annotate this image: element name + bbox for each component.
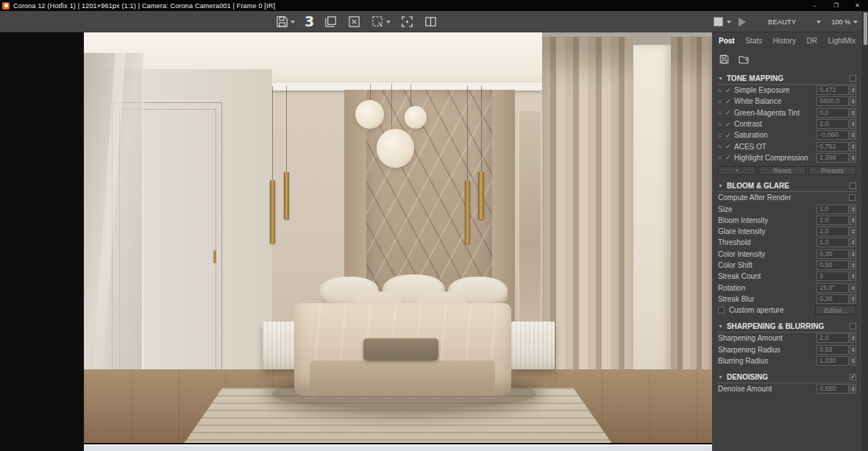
value-field[interactable]: 3	[817, 271, 849, 281]
bloom-glare-enable-checkbox[interactable]	[850, 182, 856, 189]
drag-handle-icon[interactable]: ≡	[718, 121, 725, 128]
save-image-button[interactable]	[275, 15, 295, 29]
value-field[interactable]: 2,0	[817, 216, 849, 225]
collapse-arrow-icon[interactable]: ▼	[718, 374, 723, 380]
drag-handle-icon[interactable]: ≡	[718, 143, 725, 150]
render-element-select[interactable]: BEAUTY	[768, 18, 796, 26]
render-image[interactable]	[84, 32, 712, 443]
section-bloom-glare[interactable]: ▼ BLOOM & GLARE	[717, 180, 857, 192]
operator-checkbox[interactable]: ✓	[725, 87, 734, 94]
value-field[interactable]: 1,399	[817, 153, 849, 163]
close-button[interactable]: ✕	[847, 0, 868, 11]
value-field[interactable]: 0,0	[817, 108, 849, 118]
compute-after-render-checkbox[interactable]	[849, 194, 855, 201]
drag-handle-icon[interactable]: ≡	[718, 87, 725, 94]
value-field[interactable]: 0,50	[817, 345, 849, 355]
vertical-scrollbar[interactable]	[862, 11, 868, 451]
value-field[interactable]: -0,060	[817, 130, 849, 140]
spinner[interactable]	[850, 271, 856, 281]
render-element-caret-icon[interactable]	[817, 21, 821, 24]
render-region-button[interactable]	[371, 15, 391, 29]
value-field[interactable]: 15,0°	[817, 283, 849, 293]
aperture-editor-button[interactable]: Editor...	[815, 305, 856, 315]
drag-handle-icon[interactable]: ≡	[718, 98, 725, 105]
spinner[interactable]	[850, 216, 856, 225]
operator-checkbox[interactable]: ✓	[725, 132, 734, 139]
zoom-caret-icon[interactable]	[853, 21, 858, 24]
reset-button[interactable]: Reset	[758, 166, 806, 175]
section-tone-mapping[interactable]: ▼ TONE MAPPING	[717, 73, 857, 85]
spinner[interactable]	[850, 130, 856, 140]
zoom-level-select[interactable]: 100 %	[831, 18, 850, 26]
spinner[interactable]	[850, 283, 856, 293]
spinner[interactable]	[850, 356, 856, 366]
value-field[interactable]: 1,0	[817, 238, 849, 247]
operator-checkbox[interactable]: ✓	[725, 98, 734, 105]
drag-handle-icon[interactable]: ≡	[718, 109, 725, 116]
region-dropdown-caret-icon[interactable]	[386, 21, 391, 24]
spinner[interactable]	[850, 238, 856, 247]
operator-checkbox[interactable]: ✓	[725, 109, 734, 116]
fit-to-vfb-button[interactable]	[400, 15, 414, 29]
maximize-button[interactable]: ❐	[825, 0, 847, 11]
value-field[interactable]: 2,0	[817, 333, 849, 343]
presets-button[interactable]: Presets	[808, 166, 856, 175]
value-field[interactable]: 2,0	[817, 227, 849, 236]
value-field[interactable]: 0,472	[817, 85, 849, 95]
ab-compare-button[interactable]	[424, 15, 438, 29]
spinner[interactable]	[850, 227, 856, 236]
value-field[interactable]: 0,20	[817, 294, 849, 304]
collapse-arrow-icon[interactable]: ▼	[718, 324, 723, 329]
sharpening-enable-checkbox[interactable]	[850, 323, 856, 330]
operator-checkbox[interactable]: ✓	[725, 121, 734, 128]
value-field[interactable]: 0,550	[817, 384, 849, 394]
spinner[interactable]	[850, 85, 856, 95]
show-in-3dsmax-button[interactable]: 3	[305, 15, 314, 29]
duplicate-render-button[interactable]	[324, 15, 338, 29]
value-field[interactable]: 5800,0	[817, 96, 849, 106]
add-operator-button[interactable]: +	[718, 166, 756, 175]
tab-lightmix[interactable]: LightMix	[828, 37, 855, 45]
spinner[interactable]	[850, 96, 856, 106]
operator-checkbox[interactable]: ✓	[725, 143, 734, 150]
value-field[interactable]: 0,752	[817, 142, 849, 152]
value-field[interactable]: 2,0	[817, 119, 849, 129]
spinner[interactable]	[850, 153, 856, 163]
drag-handle-icon[interactable]: ≡	[718, 132, 725, 139]
tone-mapping-enable-checkbox[interactable]	[850, 75, 856, 82]
tab-post[interactable]: Post	[719, 37, 735, 45]
render-viewport[interactable]	[0, 32, 712, 451]
horizontal-scrollbar[interactable]	[84, 444, 712, 451]
minimize-button[interactable]: –	[804, 0, 825, 11]
save-dropdown-caret-icon[interactable]	[291, 21, 295, 24]
section-denoising[interactable]: ▼ DENOISING ✓	[717, 372, 857, 383]
value-field[interactable]: 1,330	[817, 356, 849, 366]
scrollbar-thumb[interactable]	[864, 13, 867, 45]
value-field[interactable]: 1,0	[817, 205, 849, 214]
tab-dr[interactable]: DR	[807, 37, 817, 45]
denoising-enable-checkbox[interactable]: ✓	[850, 374, 856, 380]
collapse-arrow-icon[interactable]: ▼	[718, 76, 723, 81]
spinner[interactable]	[850, 384, 856, 394]
custom-aperture-checkbox[interactable]	[718, 307, 725, 313]
value-field[interactable]: 0,30	[817, 249, 849, 259]
spinner[interactable]	[850, 333, 856, 343]
spinner[interactable]	[850, 119, 856, 129]
spinner[interactable]	[850, 108, 856, 118]
spinner[interactable]	[850, 205, 856, 214]
tab-stats[interactable]: Stats	[745, 37, 762, 45]
section-sharpening-blurring[interactable]: ▼ SHARPENING & BLURRING	[717, 321, 857, 333]
value-field[interactable]: 0,50	[817, 260, 849, 270]
load-folder-plus-icon[interactable]	[738, 54, 750, 65]
spinner[interactable]	[850, 142, 856, 152]
clear-vfb-button[interactable]	[347, 15, 361, 29]
collapse-arrow-icon[interactable]: ▼	[718, 183, 723, 188]
save-settings-icon[interactable]	[719, 54, 730, 65]
play-render-icon[interactable]	[739, 18, 746, 26]
tab-history[interactable]: History	[773, 37, 796, 45]
drag-handle-icon[interactable]: ≡	[718, 154, 725, 161]
channel-swatch-icon[interactable]	[714, 17, 723, 26]
spinner[interactable]	[850, 249, 856, 259]
spinner[interactable]	[850, 294, 856, 304]
operator-checkbox[interactable]: ✓	[725, 154, 734, 161]
